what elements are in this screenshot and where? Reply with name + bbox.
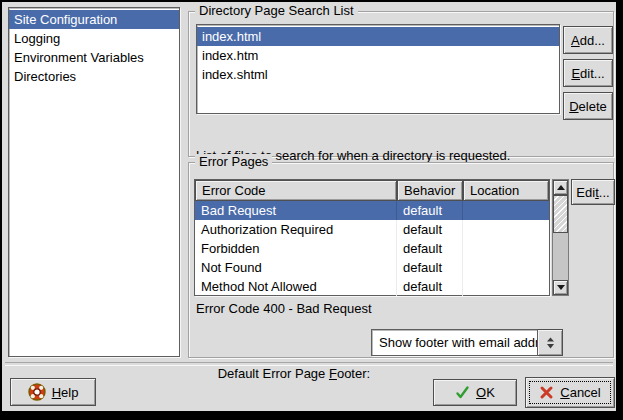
table-row-forbidden[interactable]: Forbidden default — [195, 239, 549, 258]
cell-error-code: Method Not Allowed — [195, 277, 397, 296]
footer-dropdown-value[interactable]: Show footer with email address — [371, 329, 538, 356]
cell-error-code: Forbidden — [195, 239, 397, 258]
cell-location — [463, 201, 549, 220]
file-list-item[interactable]: index.shtml — [197, 65, 559, 84]
edit-button-label: E — [571, 66, 580, 81]
scrollbar-thumb[interactable] — [553, 195, 568, 233]
edit-button[interactable]: Edit... — [563, 59, 613, 87]
table-row-method-not-allowed[interactable]: Method Not Allowed default — [195, 277, 549, 296]
help-button[interactable]: Help — [10, 378, 96, 406]
cell-behavior: default — [397, 239, 463, 258]
footer-label-post: ooter: — [337, 366, 370, 381]
table-row-bad-request[interactable]: Bad Request default — [195, 201, 549, 220]
delete-button[interactable]: Delete — [563, 92, 613, 120]
cell-error-code: Bad Request — [195, 201, 397, 220]
error-pages-table: Error Code Behavior Location Bad Request… — [194, 179, 550, 296]
scroll-down-icon[interactable] — [553, 280, 568, 295]
ok-button[interactable]: OK — [433, 379, 517, 406]
sidebar-item-directories[interactable]: Directories — [9, 67, 179, 86]
cell-behavior: default — [397, 277, 463, 296]
error-table-header: Error Code Behavior Location — [195, 180, 549, 201]
site-configuration-dialog: Site Configuration Logging Environment V… — [2, 2, 616, 411]
sidebar-item-logging[interactable]: Logging — [9, 29, 179, 48]
footer-dropdown[interactable]: Show footer with email address — [371, 329, 563, 356]
check-icon — [455, 385, 470, 400]
file-list-item[interactable]: index.htm — [197, 46, 559, 65]
cell-location — [463, 239, 549, 258]
column-header-behavior[interactable]: Behavior — [397, 180, 463, 201]
delete-button-label: D — [569, 99, 578, 114]
sidebar-item-environment-variables[interactable]: Environment Variables — [9, 48, 179, 67]
directory-page-search-list-frame: Directory Page Search List index.html in… — [188, 11, 614, 157]
footer-label-mn: F — [329, 366, 337, 381]
error-pages-frame: Error Pages Error Code Behavior Location… — [188, 162, 614, 358]
footer-label-pre: Default Error Page — [218, 366, 329, 381]
cell-behavior: default — [397, 258, 463, 277]
help-button-label-rest: elp — [61, 385, 78, 400]
category-list: Site Configuration Logging Environment V… — [8, 7, 180, 357]
column-header-location[interactable]: Location — [463, 180, 549, 201]
cancel-button-label: C — [560, 385, 569, 400]
error-frame-title: Error Pages — [195, 154, 272, 170]
error-edit-label-pre: Edi — [576, 185, 595, 200]
cancel-button-label-rest: ancel — [570, 385, 601, 400]
add-button-label: A — [571, 33, 580, 48]
add-button-label-rest: dd... — [580, 33, 605, 48]
directory-page-file-list: index.html index.htm index.shtml — [196, 24, 560, 114]
error-table-scrollbar[interactable] — [552, 179, 569, 296]
cell-behavior: default — [397, 220, 463, 239]
life-buoy-icon — [28, 383, 46, 401]
ok-button-label-rest: K — [486, 385, 495, 400]
error-edit-label-post: ... — [599, 185, 610, 200]
edit-button-label-rest: dit... — [580, 66, 605, 81]
cell-location — [463, 277, 549, 296]
column-header-error-code[interactable]: Error Code — [195, 180, 397, 201]
cell-location — [463, 258, 549, 277]
add-button[interactable]: Add... — [563, 26, 613, 54]
table-row-not-found[interactable]: Not Found default — [195, 258, 549, 277]
x-icon — [539, 385, 554, 400]
cell-error-code: Not Found — [195, 258, 397, 277]
ok-button-label: O — [476, 385, 486, 400]
scroll-up-icon[interactable] — [553, 180, 568, 195]
cell-behavior: default — [397, 201, 463, 220]
file-list-item[interactable]: index.html — [197, 27, 559, 46]
cell-error-code: Authorization Required — [195, 220, 397, 239]
error-edit-button[interactable]: Edit... — [571, 179, 615, 205]
delete-button-label-rest: elete — [579, 99, 607, 114]
dropdown-arrows-icon[interactable] — [538, 329, 563, 356]
directory-frame-title: Directory Page Search List — [195, 3, 358, 19]
action-area-separator — [5, 362, 613, 366]
table-row-authorization-required[interactable]: Authorization Required default — [195, 220, 549, 239]
error-code-status-text: Error Code 400 - Bad Request — [196, 301, 372, 317]
help-button-label: H — [52, 385, 61, 400]
cancel-button[interactable]: Cancel — [525, 377, 615, 408]
cell-location — [463, 220, 549, 239]
sidebar-item-site-configuration[interactable]: Site Configuration — [9, 10, 179, 29]
default-error-page-footer-label: Default Error Page Footer: — [196, 335, 370, 413]
